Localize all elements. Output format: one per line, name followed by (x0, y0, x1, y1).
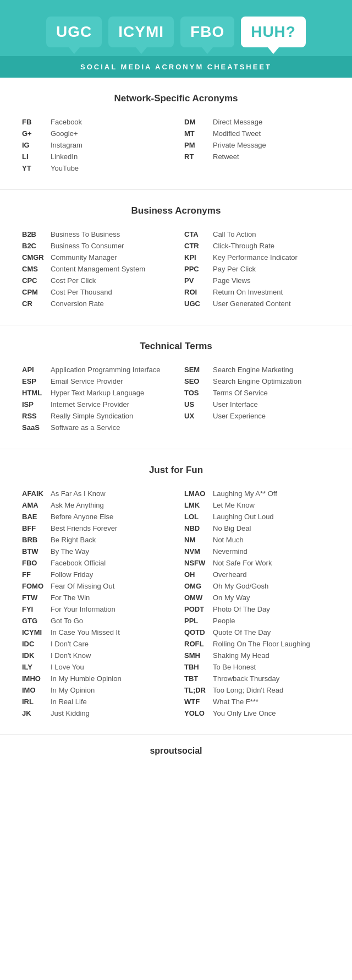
acronym-key: CR (22, 300, 51, 308)
list-item: CPMCost Per Thousand (22, 286, 168, 298)
acronym-key: AFAIK (22, 489, 51, 498)
acronym-key: TBH (184, 663, 213, 671)
list-item: IGInstagram (22, 139, 168, 151)
acronym-key: TBT (184, 674, 213, 683)
acronym-val: Key Performance Indicator (213, 253, 298, 262)
acronym-key: JK (22, 709, 51, 717)
acronym-key: PPL (184, 617, 213, 625)
list-item: HTMLHyper Text Markup Language (22, 387, 168, 399)
list-item: CTRClick-Through Rate (184, 240, 330, 252)
acronym-val: Be Right Back (51, 536, 96, 544)
acronym-key: DM (184, 118, 213, 126)
list-item: TL;DRToo Long; Didn't Read (184, 684, 330, 696)
list-item: BFFBest Friends Forever (22, 522, 168, 534)
acronym-grid: B2BBusiness To BusinessB2CBusiness To Co… (22, 228, 330, 309)
acronym-val: By The Way (51, 547, 89, 556)
list-item: APIApplication Programming Interface (22, 364, 168, 375)
acronym-key: IRL (22, 698, 51, 706)
acronym-val: In My Opinion (51, 686, 95, 694)
acronym-key: FF (22, 570, 51, 579)
acronym-grid: APIApplication Programming InterfaceESPE… (22, 364, 330, 433)
list-item: USUser Interface (184, 399, 330, 410)
acronym-key: SEM (184, 366, 213, 374)
acronym-val: Overheard (213, 570, 246, 579)
list-item: DMDirect Message (184, 116, 330, 128)
list-item: BAEBefore Anyone Else (22, 511, 168, 522)
acronym-key: RSS (22, 412, 51, 420)
header-banner: UGCICYMIFBOHUH? (0, 0, 352, 56)
acronym-val: Business To Business (51, 230, 120, 238)
acronym-grid: FBFacebookG+Google+IGInstagramLILinkedIn… (22, 116, 330, 174)
acronym-val: Search Engine Marketing (213, 366, 293, 374)
acronym-val: I Don't Know (51, 651, 91, 660)
list-item: IMOIn My Opinion (22, 684, 168, 696)
acronym-val: As Far As I Know (51, 489, 106, 498)
acronym-key: ICYMI (22, 628, 51, 636)
list-item: LMKLet Me Know (184, 499, 330, 511)
acronym-val: Software as a Service (51, 423, 120, 432)
acronym-key: API (22, 366, 51, 374)
acronym-val: To Be Honest (213, 663, 256, 671)
footer-brand: sproutsocial (11, 746, 341, 756)
left-column: AFAIKAs Far As I KnowAMAAsk Me AnythingB… (22, 488, 168, 719)
acronym-val: Follow Friday (51, 570, 93, 579)
list-item: BRBBe Right Back (22, 534, 168, 546)
list-item: CMGRCommunity Manager (22, 252, 168, 263)
speech-bubble: FBO (180, 17, 234, 47)
left-column: FBFacebookG+Google+IGInstagramLILinkedIn… (22, 116, 168, 174)
acronym-key: OMG (184, 582, 213, 590)
acronym-key: NVM (184, 547, 213, 556)
acronym-key: YT (22, 164, 51, 172)
section-2: Technical TermsAPIApplication Programmin… (0, 325, 352, 449)
list-item: YOLOYou Only Live Once (184, 707, 330, 719)
acronym-key: ROFL (184, 640, 213, 648)
acronym-val: Private Message (213, 141, 266, 149)
acronym-val: Business To Consumer (51, 242, 124, 250)
acronym-key: FTW (22, 594, 51, 602)
acronym-key: OH (184, 570, 213, 579)
list-item: PVPage Views (184, 275, 330, 286)
acronym-key: NSFW (184, 559, 213, 567)
acronym-key: LMAO (184, 489, 213, 498)
acronym-val: Throwback Thursday (213, 674, 279, 683)
list-item: BTWBy The Way (22, 546, 168, 557)
acronym-key: YOLO (184, 709, 213, 717)
list-item: GTGGot To Go (22, 615, 168, 627)
list-item: G+Google+ (22, 128, 168, 139)
acronym-val: YouTube (51, 164, 79, 172)
list-item: PODTPhoto Of The Day (184, 603, 330, 615)
acronym-key: PODT (184, 605, 213, 613)
acronym-key: ESP (22, 377, 51, 385)
acronym-val: Laughing Out Loud (213, 513, 274, 521)
acronym-val: Before Anyone Else (51, 513, 113, 521)
acronym-key: SMH (184, 651, 213, 660)
acronym-val: Return On Investment (213, 288, 283, 296)
list-item: RTRetweet (184, 151, 330, 162)
acronym-key: US (184, 400, 213, 409)
acronym-val: Not Much (213, 536, 244, 544)
acronym-val: Google+ (51, 129, 78, 138)
list-item: IDCI Don't Care (22, 638, 168, 650)
footer-brand-normal: sprout (150, 746, 177, 755)
acronym-val: For Your Information (51, 605, 116, 613)
acronym-key: IMHO (22, 674, 51, 683)
list-item: WTFWhat The F*** (184, 696, 330, 707)
acronym-key: IMO (22, 686, 51, 694)
acronym-key: FBO (22, 559, 51, 567)
list-item: PPCPay Per Click (184, 263, 330, 275)
list-item: JKJust Kidding (22, 707, 168, 719)
acronym-val: Instagram (51, 141, 82, 149)
acronym-val: Internet Service Provider (51, 400, 129, 409)
acronym-key: FOMO (22, 582, 51, 590)
list-item: SEOSearch Engine Optimization (184, 375, 330, 387)
list-item: FBOFacebook Official (22, 557, 168, 569)
acronym-val: Ask Me Anything (51, 501, 104, 509)
acronym-key: CMS (22, 265, 51, 273)
list-item: LMAOLaughing My A** Off (184, 488, 330, 499)
acronym-val: In My Humble Opinion (51, 674, 122, 683)
acronym-key: NBD (184, 524, 213, 532)
list-item: ROFLRolling On The Floor Laughing (184, 638, 330, 650)
acronym-val: Rolling On The Floor Laughing (213, 640, 310, 648)
acronym-val: Fear Of Missing Out (51, 582, 114, 590)
acronym-key: BRB (22, 536, 51, 544)
